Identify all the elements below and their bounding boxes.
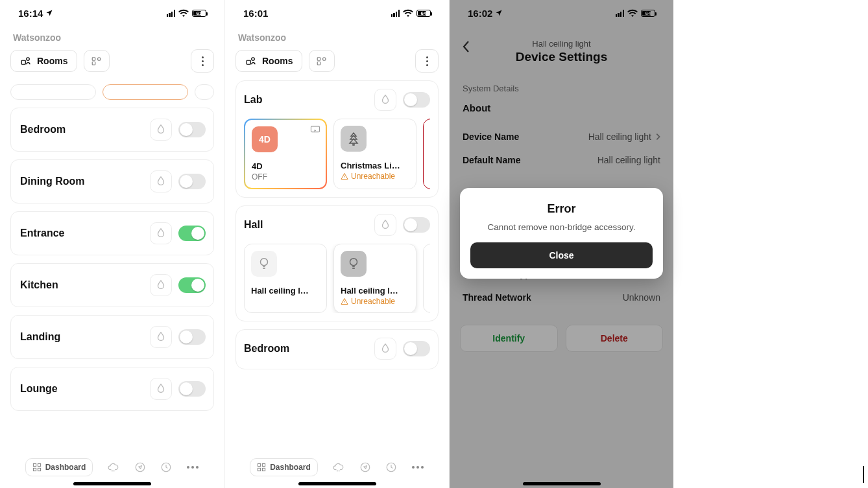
- room-row-bedroom[interactable]: Bedroom: [10, 108, 214, 152]
- home-indicator[interactable]: [298, 482, 376, 485]
- devices-chip[interactable]: [309, 50, 335, 72]
- nav-history-icon[interactable]: [385, 461, 397, 473]
- device-tile-hall-1[interactable]: Hall ceiling l…: [244, 244, 327, 313]
- battery-icon: 61: [192, 10, 206, 17]
- room-toggle[interactable]: [403, 217, 430, 233]
- home-name: Watsonzoo: [238, 32, 436, 43]
- kv-value: Hall ceiling light: [597, 155, 660, 165]
- kv-key: Default Name: [463, 155, 520, 165]
- humidity-icon[interactable]: [150, 274, 172, 296]
- svg-point-31: [421, 466, 424, 469]
- back-button[interactable]: [461, 40, 470, 53]
- humidity-icon[interactable]: [150, 378, 172, 400]
- bottom-nav: Dashboard: [225, 458, 449, 476]
- svg-rect-4: [93, 62, 96, 65]
- blank-region: [673, 0, 868, 488]
- nav-explore-icon[interactable]: [134, 461, 146, 473]
- room-row-landing[interactable]: Landing: [10, 315, 214, 359]
- modal-close-button[interactable]: Close: [470, 242, 653, 268]
- svg-point-21: [350, 259, 357, 266]
- svg-point-17: [323, 58, 326, 61]
- nav-explore-icon[interactable]: [359, 461, 371, 473]
- devices-chip[interactable]: [84, 50, 110, 72]
- svg-point-3: [98, 58, 101, 61]
- svg-rect-16: [318, 58, 321, 61]
- humidity-icon[interactable]: [150, 170, 172, 192]
- top-filter-row: Rooms: [10, 49, 214, 73]
- room-toggle[interactable]: [178, 329, 206, 345]
- about-title: About: [463, 102, 663, 113]
- section-label: System Details: [463, 84, 663, 93]
- humidity-icon[interactable]: [374, 214, 396, 236]
- room-toggle[interactable]: [178, 381, 206, 397]
- modal-message: Cannot remove non-bridge accessory.: [470, 222, 653, 232]
- room-row-dining[interactable]: Dining Room: [10, 159, 214, 203]
- kv-value: Unknown: [623, 292, 660, 303]
- row-device-name[interactable]: Device Name Hall ceiling light: [460, 125, 663, 148]
- rooms-chip[interactable]: Rooms: [10, 50, 77, 72]
- identify-button[interactable]: Identify: [460, 325, 558, 352]
- device-tile-nano[interactable]: Nano 100%: [423, 119, 430, 189]
- svg-point-12: [191, 466, 194, 469]
- home-indicator[interactable]: [73, 482, 151, 485]
- room-row-entrance[interactable]: Entrance: [10, 211, 214, 255]
- wifi-icon: [403, 9, 413, 17]
- humidity-icon[interactable]: [374, 89, 396, 111]
- more-menu-button[interactable]: [415, 49, 439, 73]
- room-toggle[interactable]: [403, 341, 430, 356]
- humidity-icon[interactable]: [150, 222, 172, 244]
- nav-weather-icon[interactable]: [107, 461, 120, 473]
- room-toggle[interactable]: [178, 122, 206, 137]
- humidity-icon[interactable]: [150, 119, 172, 141]
- section-title[interactable]: Hall: [244, 219, 263, 231]
- humidity-icon[interactable]: [150, 326, 172, 348]
- device-tile-hall-2[interactable]: Hall ceiling l… Unreachable: [333, 244, 416, 313]
- cellular-icon: [167, 10, 175, 17]
- svg-point-11: [187, 466, 189, 469]
- device-tile-christmas[interactable]: Christmas Li… Unreachable: [333, 119, 416, 189]
- rooms-chip[interactable]: Rooms: [235, 50, 302, 72]
- wifi-icon: [627, 9, 638, 17]
- svg-rect-0: [21, 60, 25, 64]
- modal-title: Error: [470, 202, 653, 216]
- svg-point-20: [261, 259, 268, 266]
- svg-point-29: [412, 466, 415, 469]
- room-toggle[interactable]: [178, 174, 206, 189]
- nav-dashboard[interactable]: Dashboard: [250, 458, 318, 476]
- device-tile-4d[interactable]: 4D 4D OFF: [244, 119, 327, 189]
- tile-name: 4D: [252, 161, 319, 171]
- room-name-label: Dining Room: [20, 176, 85, 187]
- room-toggle[interactable]: [178, 277, 206, 293]
- room-toggle[interactable]: [178, 226, 206, 241]
- bulb-icon: [251, 251, 277, 277]
- kv-key: Thread Network: [463, 292, 531, 303]
- humidity-icon[interactable]: [374, 338, 396, 360]
- section-title[interactable]: Bedroom: [244, 343, 289, 354]
- settings-subtitle: Hall ceiling light: [450, 39, 673, 49]
- home-indicator[interactable]: [523, 482, 601, 485]
- svg-point-30: [416, 466, 419, 469]
- chevron-right-icon: [655, 133, 660, 141]
- room-name-label: Landing: [20, 331, 60, 343]
- nav-more-icon[interactable]: [186, 465, 199, 469]
- tile-name: Hall ceiling l…: [341, 286, 409, 296]
- tile-sub: OFF: [252, 172, 319, 181]
- svg-rect-5: [33, 463, 36, 466]
- svg-rect-2: [93, 58, 96, 61]
- nav-dashboard[interactable]: Dashboard: [25, 458, 93, 476]
- more-menu-button[interactable]: [191, 49, 214, 73]
- svg-point-15: [252, 58, 255, 61]
- nav-more-icon[interactable]: [411, 465, 424, 469]
- delete-button[interactable]: Delete: [566, 325, 664, 352]
- nav-weather-icon[interactable]: [332, 461, 345, 473]
- device-tile-hall-3[interactable]: Hall c: [423, 244, 430, 313]
- room-name-label: Kitchen: [20, 279, 58, 291]
- section-title[interactable]: Lab: [244, 94, 262, 106]
- room-row-kitchen[interactable]: Kitchen: [10, 263, 214, 307]
- room-row-lounge[interactable]: Lounge: [10, 367, 214, 411]
- room-name-label: Lounge: [20, 383, 58, 395]
- location-arrow-icon: [495, 9, 503, 17]
- nav-history-icon[interactable]: [160, 461, 172, 473]
- home-name: Watsonzoo: [13, 32, 211, 43]
- room-toggle[interactable]: [403, 92, 430, 108]
